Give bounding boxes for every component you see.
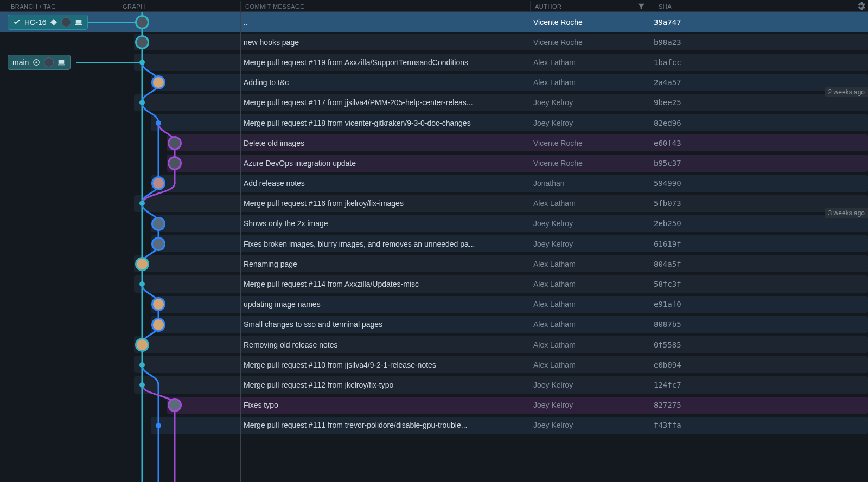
sha-cell: 5fb073 <box>654 199 868 208</box>
commit-row[interactable]: Delete old images Vicente Roche e60f43 <box>0 133 868 153</box>
commit-message: Merge pull request #117 from jjsilva4/PM… <box>244 98 520 107</box>
commit-row[interactable]: Removing old release notes Alex Latham 0… <box>0 335 868 355</box>
settings-button[interactable] <box>857 2 865 11</box>
sha-cell: 1bafcc <box>654 58 868 67</box>
author-cell: Joey Kelroy <box>530 381 654 389</box>
commit-row[interactable]: Fixes broken images, blurry images, and … <box>0 234 868 254</box>
author-cell: Joey Kelroy <box>530 219 654 228</box>
commit-sha: 2eb250 <box>654 219 681 228</box>
header-graph[interactable]: GRAPH <box>118 1 240 11</box>
commit-row[interactable]: Small changes to sso and terminal pages … <box>0 314 868 335</box>
commit-row[interactable]: new hooks page Vicente Roche b98a23 <box>0 32 868 52</box>
commit-sha: 61619f <box>654 240 681 248</box>
commit-node-avatar[interactable] <box>135 257 149 271</box>
commit-message: Shows only the 2x image <box>244 219 520 228</box>
message-cell: Fixes typo <box>240 401 530 409</box>
commit-author: Alex Latham <box>533 58 576 67</box>
column-headers: BRANCH / TAG GRAPH COMMIT MESSAGE AUTHOR… <box>0 0 868 12</box>
commit-author: Vicente Roche <box>533 38 583 47</box>
commit-node-dot[interactable] <box>139 201 145 206</box>
commit-node-avatar[interactable] <box>168 156 182 170</box>
commit-author: Jonathan <box>533 179 565 188</box>
commit-message: Merge pull request #112 from jkelroy/fix… <box>244 381 520 389</box>
commit-row[interactable]: Merge pull request #117 from jjsilva4/PM… <box>0 93 868 113</box>
commit-node-avatar[interactable] <box>151 176 165 190</box>
commit-node-avatar[interactable] <box>151 297 165 311</box>
commit-message: Fixes broken images, blurry images, and … <box>244 240 520 248</box>
commit-sha: 82ed96 <box>654 119 681 127</box>
commit-author: Joey Kelroy <box>533 219 573 228</box>
message-cell: Adding to t&c <box>240 78 530 87</box>
commit-message: Merge pull request #111 from trevor-poli… <box>244 421 520 429</box>
message-cell: Merge pull request #110 from jjsilva4/9-… <box>240 361 530 369</box>
badge-circle-icon <box>32 58 41 67</box>
commit-message: Adding to t&c <box>244 78 520 87</box>
author-cell: Alex Latham <box>530 58 654 67</box>
commit-row[interactable]: Fixes typo Joey Kelroy 827275 <box>0 395 868 415</box>
branch-badge-main[interactable]: main <box>8 55 71 70</box>
commit-node-dot[interactable] <box>139 382 145 388</box>
commit-author: Joey Kelroy <box>533 401 573 409</box>
header-message-label: COMMIT MESSAGE <box>245 3 304 10</box>
commit-author: Alex Latham <box>533 320 576 329</box>
commit-node-avatar[interactable] <box>151 75 165 89</box>
header-message[interactable]: COMMIT MESSAGE <box>240 1 530 11</box>
commit-node-avatar[interactable] <box>151 318 165 332</box>
sha-cell: 0f5585 <box>654 340 868 349</box>
commit-sha: 1bafcc <box>654 58 681 67</box>
commit-row[interactable]: Adding to t&c Alex Latham 2a4a57 <box>0 73 868 93</box>
commit-row[interactable]: Merge pull request #116 from jkelroy/fix… <box>0 194 868 214</box>
header-author[interactable]: AUTHOR <box>530 1 654 11</box>
commit-author: Joey Kelroy <box>533 119 573 127</box>
commit-node-avatar[interactable] <box>135 15 149 29</box>
time-divider <box>0 93 868 93</box>
sha-cell: 124fc7 <box>654 381 868 389</box>
commit-row[interactable]: Merge pull request #111 from trevor-poli… <box>0 415 868 435</box>
author-cell: Alex Latham <box>530 320 654 329</box>
author-cell: Vicente Roche <box>530 159 654 168</box>
time-divider <box>0 214 868 214</box>
commit-row[interactable]: Merge pull request #118 from vicenter-gi… <box>0 113 868 133</box>
commit-message: Delete old images <box>244 139 520 147</box>
commit-sha: f43ffa <box>654 421 681 429</box>
commit-row[interactable]: updating image names Alex Latham e91af0 <box>0 294 868 314</box>
header-sha[interactable]: SHA <box>654 1 868 11</box>
commit-sha: e91af0 <box>654 300 681 309</box>
commit-message: Azure DevOps integration update <box>244 159 520 168</box>
commit-row[interactable]: Azure DevOps integration update Vicente … <box>0 153 868 173</box>
message-cell: Merge pull request #117 from jjsilva4/PM… <box>240 98 530 107</box>
commit-node-dot[interactable] <box>156 120 161 126</box>
sha-cell: e91af0 <box>654 300 868 309</box>
commit-row[interactable]: Add release notes Jonathan 594990 <box>0 173 868 194</box>
commit-row[interactable]: Renaming page Alex Latham 804a5f <box>0 254 868 274</box>
commit-node-dot[interactable] <box>156 423 161 428</box>
author-cell: Vicente Roche <box>530 38 654 47</box>
commit-author: Joey Kelroy <box>533 421 573 429</box>
commit-node-avatar[interactable] <box>168 136 182 150</box>
commit-row[interactable]: Shows only the 2x image Joey Kelroy 2eb2… <box>0 214 868 234</box>
sha-cell: 2eb250 <box>654 219 868 228</box>
avatar-icon <box>61 17 71 27</box>
message-cell: Merge pull request #119 from Axxzilla/Su… <box>240 58 530 67</box>
commit-node-avatar[interactable] <box>151 237 165 251</box>
commit-message: Merge pull request #119 from Axxzilla/Su… <box>244 58 520 67</box>
commit-node-dot[interactable] <box>139 60 145 65</box>
commit-row[interactable]: Merge pull request #112 from jkelroy/fix… <box>0 375 868 395</box>
commit-node-avatar[interactable] <box>135 338 149 352</box>
filter-icon[interactable] <box>637 3 645 10</box>
commit-sha: 124fc7 <box>654 381 681 389</box>
commit-node-avatar[interactable] <box>151 217 165 231</box>
commit-node-dot[interactable] <box>139 281 145 287</box>
commit-node-avatar[interactable] <box>135 35 149 49</box>
header-branch[interactable]: BRANCH / TAG <box>0 3 118 10</box>
commit-sha: 827275 <box>654 401 681 409</box>
commit-node-avatar[interactable] <box>168 398 182 412</box>
commit-row[interactable]: Merge pull request #110 from jjsilva4/9-… <box>0 355 868 375</box>
commit-author: Joey Kelroy <box>533 381 573 389</box>
commit-row[interactable]: Merge pull request #114 from Axxzilla/Up… <box>0 274 868 294</box>
branch-badge-hc16[interactable]: HC-16 <box>8 15 88 30</box>
commit-node-dot[interactable] <box>139 362 145 368</box>
sha-cell: 9bee25 <box>654 98 868 107</box>
commit-message: Merge pull request #116 from jkelroy/fix… <box>244 199 520 208</box>
commit-node-dot[interactable] <box>139 100 145 105</box>
